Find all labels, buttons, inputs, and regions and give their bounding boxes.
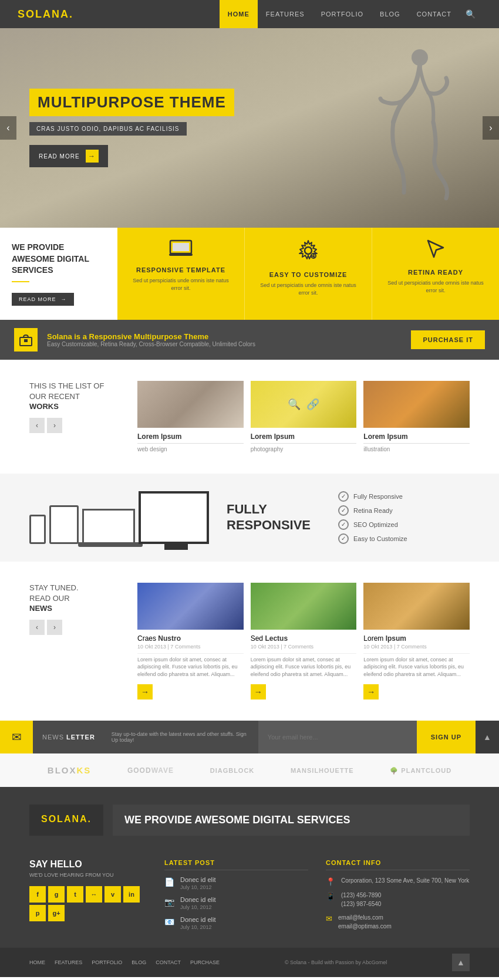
newsletter-signup-button[interactable]: SIGN UP	[417, 721, 476, 753]
footer-nav: HOME FEATURES PORTFOLIO BLOG CONTACT PUR…	[29, 959, 220, 965]
news-thumb-3	[363, 583, 470, 630]
hero-content: MULTIPURPOSE THEME CRAS JUSTO ODIO, DAPI…	[0, 89, 270, 167]
social-linkedin-icon[interactable]: in	[123, 886, 140, 903]
newsletter-icon: ✉	[0, 721, 33, 753]
brand-dot: .	[69, 8, 73, 20]
purchase-button[interactable]: PURCHASE IT	[411, 330, 485, 349]
check-icon-1: ✓	[338, 491, 349, 502]
footer-contact-col: CONTACT INFO 📍 Corporation, 123 Some Ave…	[326, 859, 470, 936]
news-more-button-2[interactable]: →	[251, 684, 266, 699]
news-title-2: Sed Lectus	[251, 634, 357, 643]
work-category-1: web design	[137, 446, 244, 452]
service-card-3: RETINA READY Sed ut perspiciatis unde om…	[372, 228, 499, 320]
social-vimeo-icon[interactable]: v	[104, 886, 121, 903]
works-next-button[interactable]: ›	[47, 418, 62, 433]
news-item-2: Sed Lectus 10 Okt 2013 | 7 Comments Lore…	[251, 583, 357, 699]
footer-nav-contact[interactable]: CONTACT	[156, 959, 181, 965]
footer-bottom: HOME FEATURES PORTFOLIO BLOG CONTACT PUR…	[0, 948, 499, 977]
purchase-title: Solana is a Responsive Multipurpose Them…	[47, 332, 402, 341]
footer-post-2: 📷 Donec id elit July 10, 2012	[164, 896, 308, 910]
hero-btn-arrow-icon: →	[86, 150, 99, 163]
hero-prev-arrow[interactable]: ‹	[0, 116, 16, 140]
search-icon[interactable]: 🔍	[460, 9, 481, 19]
cursor-icon	[427, 239, 444, 264]
footer: SOLANA. WE PROVIDE AWESOME DIGITAL SERVI…	[0, 787, 499, 948]
scroll-to-top-button[interactable]: ▲	[452, 954, 470, 971]
footer-contact-title: CONTACT INFO	[326, 859, 470, 870]
nav-item-contact[interactable]: CONTACT	[409, 0, 460, 28]
partner-diagblock: DIAGBLOCK	[210, 766, 255, 775]
footer-nav-portfolio[interactable]: PORTFOLIO	[92, 959, 122, 965]
services-cards: RESPONSIVE TEMPLATE Sed ut perspiciatis …	[117, 228, 499, 320]
news-thumb-2	[251, 583, 357, 630]
phone-icon: 📱	[326, 892, 335, 901]
news-body-3: Lorem ipsum dolor sit amet, consec at ad…	[363, 656, 470, 678]
works-prev-button[interactable]: ‹	[29, 418, 45, 433]
newsletter-email-input[interactable]	[258, 721, 417, 753]
news-divider-2	[251, 653, 357, 654]
post-icon-1: 📄	[164, 877, 174, 887]
services-title-bold: SERVICES	[12, 265, 53, 275]
footer-nav-blog[interactable]: BLOG	[132, 959, 146, 965]
service-card-title-2: EASY TO CUSTOMIZE	[269, 271, 348, 278]
purchase-subtitle: Easy Customizable, Retina Ready, Cross-B…	[47, 341, 402, 347]
services-read-more-button[interactable]: READ MORE →	[12, 293, 74, 306]
newsletter-subtitle: Stay up-to-date with the latest news and…	[104, 731, 258, 743]
news-label: STAY TUNED. READ OUR NEWS ‹ ›	[29, 583, 123, 635]
svg-rect-3	[169, 254, 193, 256]
news-title-1: Craes Nustro	[137, 634, 244, 643]
footer-copyright: © Solana - Build with Passion by AbcGome…	[285, 959, 387, 965]
news-title-3: Lorem Ipsum	[363, 634, 470, 643]
social-rss-icon[interactable]: ↔	[86, 886, 102, 903]
hero-read-more-button[interactable]: READ MORE →	[29, 145, 108, 167]
purchase-icon	[14, 328, 38, 352]
social-gplus-icon[interactable]: g+	[48, 905, 65, 921]
responsive-feature-2: ✓ Retina Ready	[338, 505, 407, 516]
hero-title: MULTIPURPOSE THEME	[29, 89, 234, 116]
nav-item-features[interactable]: FEATURES	[258, 0, 313, 28]
brand-logo: SOLANA.	[18, 8, 220, 21]
social-pinterest-icon[interactable]: p	[29, 905, 46, 921]
footer-brand-name: SOLANA.	[41, 814, 92, 824]
newsletter-scroll-up-button[interactable]: ▲	[476, 721, 499, 753]
recent-works-label: THIS IS THE LIST OF OUR RECENT WORKS ‹ ›	[29, 381, 123, 433]
social-facebook-icon[interactable]: f	[29, 886, 46, 903]
services-title: WE PROVIDE AWESOME DIGITAL SERVICES	[12, 242, 106, 276]
social-google-icon[interactable]: g	[48, 886, 65, 903]
footer-nav-purchase[interactable]: PURCHASE	[190, 959, 220, 965]
footer-post-3: 📧 Donec id elit July 10, 2012	[164, 916, 308, 930]
footer-say-hello-sub: WE'D LOVE HEARING FROM YOU	[29, 872, 147, 878]
news-more-button-3[interactable]: →	[363, 684, 379, 699]
nav-item-home[interactable]: HOME	[220, 0, 258, 28]
news-title-line2: READ OUR	[29, 593, 123, 604]
news-date-1: 10 Okt 2013 | 7 Comments	[137, 644, 244, 650]
footer-nav-features[interactable]: FEATURES	[55, 959, 82, 965]
responsive-feature-1: ✓ Fully Responsive	[338, 491, 407, 502]
device-mobile-icon	[29, 515, 46, 544]
search-overlay-icon: 🔍	[288, 398, 301, 411]
post-date-3: July 10, 2012	[180, 924, 216, 930]
nav-item-portfolio[interactable]: PORTFOLIO	[313, 0, 372, 28]
nav-item-blog[interactable]: BLOG	[372, 0, 409, 28]
recent-works-title-line2: OUR RECENT	[29, 391, 123, 402]
responsive-feature-3: ✓ SEO Optimized	[338, 519, 407, 530]
news-thumb-1	[137, 583, 244, 630]
news-more-button-1[interactable]: →	[137, 684, 153, 699]
news-item-1: Craes Nustro 10 Okt 2013 | 7 Comments Lo…	[137, 583, 244, 699]
hero-next-arrow[interactable]: ›	[483, 116, 499, 140]
news-prev-button[interactable]: ‹	[29, 620, 45, 635]
work-thumb-3	[363, 381, 470, 428]
email-icon: ✉	[326, 914, 332, 923]
work-divider-1	[137, 443, 244, 444]
post-title-3: Donec id elit	[180, 916, 216, 923]
news-next-button[interactable]: ›	[47, 620, 62, 635]
newsletter-bar: ✉ NEWS LETTER Stay up-to-date with the l…	[0, 721, 499, 753]
work-divider-3	[363, 443, 470, 444]
social-twitter-icon[interactable]: t	[67, 886, 83, 903]
news-divider-1	[137, 653, 244, 654]
news-body-2: Lorem ipsum dolor sit amet, consec at ad…	[251, 656, 357, 678]
post-title-2: Donec id elit	[180, 896, 216, 903]
footer-nav-home[interactable]: HOME	[29, 959, 45, 965]
service-card-text-3: Sed ut perspiciatis unde omnis iste natu…	[382, 279, 490, 294]
news-body-1: Lorem ipsum dolor sit amet, consec at ad…	[137, 656, 244, 678]
